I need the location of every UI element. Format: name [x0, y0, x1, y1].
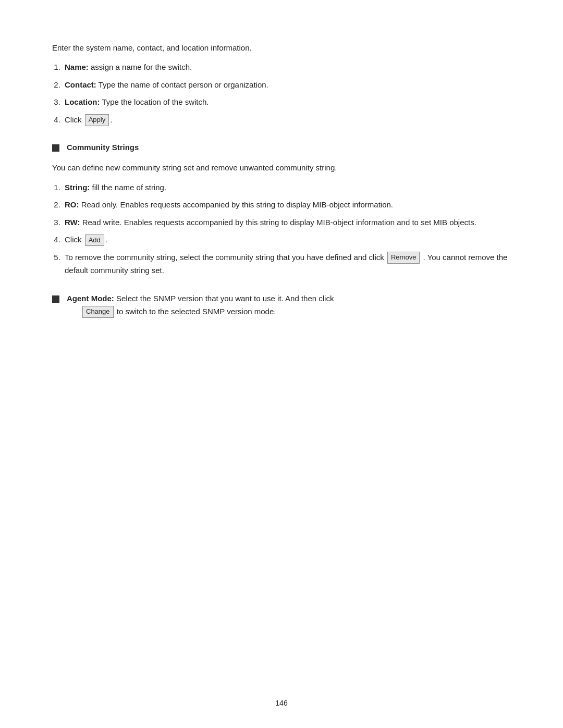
- rw-text: Read write. Enables requests accompanied…: [82, 218, 476, 227]
- location-text: Type the location of the switch.: [102, 97, 209, 106]
- section-bullet-icon: [52, 144, 59, 152]
- apply-button[interactable]: Apply: [85, 114, 109, 126]
- system-steps-list: Name: assign a name for the switch. Cont…: [63, 60, 511, 126]
- name-label: Name:: [65, 63, 89, 71]
- page-number: 146: [275, 699, 287, 707]
- location-label: Location:: [65, 97, 100, 106]
- community-strings-body: You can define new community string set …: [52, 161, 511, 277]
- ro-text: Read only. Enables requests accompanied …: [81, 200, 393, 209]
- agent-mode-secondary: Change to switch to the selected SNMP ve…: [81, 305, 334, 318]
- click-add-suffix: .: [105, 235, 107, 244]
- list-item: String: fill the name of string.: [63, 181, 511, 194]
- contact-text: Type the name of contact person or organ…: [99, 80, 268, 89]
- community-strings-intro: You can define new community string set …: [52, 161, 511, 175]
- section-bullet-icon: [52, 295, 59, 303]
- list-item: Name: assign a name for the switch.: [63, 60, 511, 74]
- click-apply-prefix: Click: [65, 115, 82, 124]
- community-strings-section-header: Community Strings: [52, 143, 511, 152]
- agent-mode-text-after: to switch to the selected SNMP version m…: [117, 307, 276, 316]
- list-item: To remove the community string, select t…: [63, 251, 511, 277]
- change-button[interactable]: Change: [82, 306, 114, 317]
- list-item: Click Apply.: [63, 113, 511, 127]
- string-text: fill the name of string.: [92, 183, 167, 192]
- intro-text: Enter the system name, contact, and loca…: [52, 42, 511, 54]
- list-item: RW: Read write. Enables requests accompa…: [63, 216, 511, 229]
- name-text: assign a name for the switch.: [91, 63, 192, 71]
- list-item: Contact: Type the name of contact person…: [63, 78, 511, 92]
- agent-mode-section-header: Agent Mode: Select the SNMP version that…: [52, 294, 511, 318]
- click-apply-suffix: .: [110, 115, 112, 124]
- remove-text-before: To remove the community string, select t…: [65, 253, 384, 262]
- list-item: Click Add.: [63, 233, 511, 246]
- community-strings-title: Community Strings: [67, 143, 139, 152]
- page-content: Enter the system name, contact, and loca…: [0, 0, 563, 369]
- add-button[interactable]: Add: [85, 235, 104, 246]
- community-strings-list: String: fill the name of string. RO: Rea…: [63, 181, 511, 277]
- contact-label: Contact:: [65, 80, 96, 89]
- agent-mode-title: Agent Mode:: [67, 294, 114, 303]
- remove-button[interactable]: Remove: [387, 252, 420, 263]
- rw-label: RW:: [65, 218, 80, 227]
- agent-mode-content: Agent Mode: Select the SNMP version that…: [67, 294, 334, 318]
- string-label: String:: [65, 183, 90, 192]
- agent-mode-text-before: Select the SNMP version that you want to…: [116, 294, 334, 303]
- click-add-prefix: Click: [65, 235, 82, 244]
- list-item: RO: Read only. Enables requests accompan…: [63, 198, 511, 212]
- ro-label: RO:: [65, 200, 79, 209]
- list-item: Location: Type the location of the switc…: [63, 95, 511, 109]
